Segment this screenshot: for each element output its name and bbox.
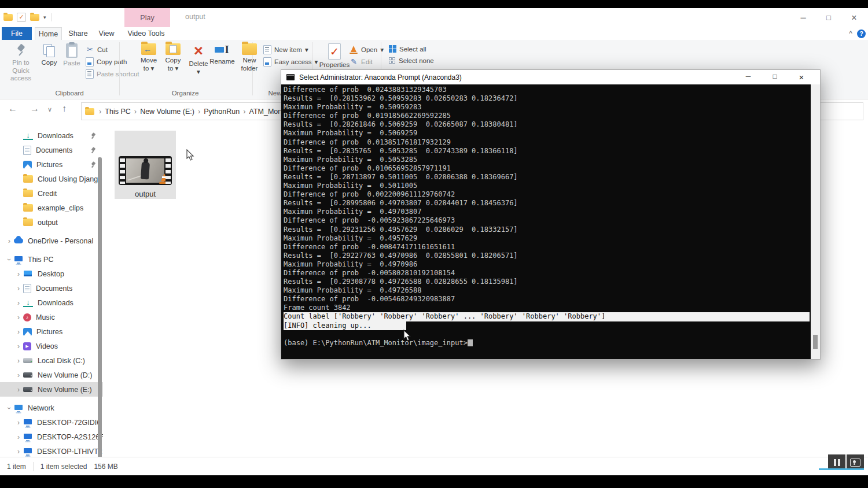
move-to-button[interactable]: ← Move to ▾ [138, 43, 160, 72]
chevron-right-icon[interactable]: › [5, 237, 14, 245]
explorer-titlebar: ✓ ▾ Play output ─ □ × [0, 8, 868, 27]
chevron-right-icon[interactable]: › [14, 284, 23, 293]
copy-path-icon [86, 57, 94, 66]
sidebar-item-pictures[interactable]: Pictures [0, 157, 103, 172]
pictures-icon [23, 328, 32, 336]
sidebar-item-pictures[interactable]: ›Pictures [0, 324, 103, 339]
chevron-right-icon[interactable]: › [14, 448, 23, 456]
breadcrumb-separator-icon: › [98, 107, 102, 116]
terminal-line: Results = [0.28261846 0.5069259 0.026650… [284, 120, 811, 129]
tab-file[interactable]: File [2, 27, 32, 40]
paste-button[interactable]: Paste [61, 43, 82, 68]
tab-share[interactable]: Share [65, 27, 91, 40]
sidebar-item-documents[interactable]: Documents [0, 143, 103, 157]
thumbnail-view-button[interactable] [847, 454, 864, 470]
sidebar-item-label: Downloads [38, 299, 73, 307]
sidebar-item-documents[interactable]: ›Documents [0, 281, 103, 295]
delete-button[interactable]: × Delete▾ [187, 43, 209, 76]
document-icon [23, 146, 31, 155]
copy-path-button[interactable]: Copy path [86, 57, 127, 66]
close-button[interactable]: × [797, 72, 806, 82]
folder-icon[interactable] [30, 14, 39, 21]
pin-to-quick-access-button[interactable]: Pin to Quick access [5, 43, 37, 83]
breadcrumb-item[interactable]: PythonRun [201, 108, 242, 116]
copy-to-button[interactable]: Copy to ▾ [162, 43, 184, 72]
chevron-right-icon[interactable]: › [14, 270, 23, 278]
sidebar-item-downloads[interactable]: ›↓Downloads [0, 295, 103, 310]
anaconda-prompt-window[interactable]: Select Administrator: Anaconda Prompt (A… [281, 69, 821, 360]
minimize-button[interactable]: ─ [799, 13, 808, 22]
chevron-right-icon[interactable]: › [14, 357, 23, 365]
chevron-down-icon[interactable]: › [5, 404, 13, 413]
sidebar-item-new-volume-e-[interactable]: ›New Volume (E:) [0, 382, 103, 397]
sidebar-item-cloud-using-django[interactable]: Cloud Using Django [0, 172, 103, 186]
qat-dropdown-icon[interactable]: ▾ [43, 14, 46, 20]
folder-icon[interactable] [3, 14, 13, 21]
breadcrumb-item[interactable]: This PC [102, 108, 133, 116]
sidebar-item-this-pc[interactable]: ›This PC [0, 252, 103, 267]
sidebar-item-music[interactable]: ›♪Music [0, 310, 103, 324]
chevron-right-icon[interactable]: › [14, 433, 23, 441]
close-button[interactable]: × [849, 13, 859, 23]
desktop-icon [23, 269, 33, 279]
edit-button[interactable]: ✎ Edit [350, 57, 373, 66]
up-icon[interactable]: ↑ [62, 103, 67, 114]
back-icon[interactable]: ← [8, 103, 17, 114]
rename-button[interactable]: Rename [209, 43, 235, 66]
sidebar-item-example-clips[interactable]: example_clips [0, 201, 103, 215]
chevron-right-icon[interactable]: › [14, 386, 23, 394]
tab-video-tools[interactable]: Video Tools [122, 27, 171, 40]
sidebar-item-desktop-72gidi6[interactable]: ›DESKTOP-72GIDI6 [0, 415, 103, 430]
scrollbar-thumb[interactable] [813, 335, 818, 349]
search-input[interactable] [814, 102, 863, 120]
sidebar-item-videos[interactable]: ›▶Videos [0, 339, 103, 353]
chevron-right-icon[interactable]: › [14, 342, 23, 350]
properties-button[interactable]: Properties [317, 43, 352, 69]
ribbon-collapse-icon[interactable]: ^ [849, 29, 852, 38]
folder-icon [23, 190, 33, 197]
new-folder-button[interactable]: New folder [237, 43, 262, 72]
sidebar-item-desktop[interactable]: ›Desktop [0, 267, 103, 281]
maximize-button[interactable]: □ [770, 72, 779, 82]
copy-button[interactable]: Copy [39, 43, 59, 67]
sidebar-item-downloads[interactable]: ↓Downloads [0, 128, 103, 143]
terminal-titlebar[interactable]: Select Administrator: Anaconda Prompt (A… [281, 70, 820, 84]
select-all-button[interactable]: Select all [389, 45, 426, 53]
sidebar-item-network[interactable]: ›Network [0, 401, 103, 415]
folder-icon [23, 219, 33, 226]
sidebar-scrollbar[interactable] [98, 157, 102, 464]
checkbox-icon[interactable]: ✓ [17, 13, 26, 22]
sidebar-item-output[interactable]: output [0, 215, 103, 230]
select-none-button[interactable]: Select none [389, 57, 434, 64]
forward-icon[interactable]: → [30, 103, 39, 114]
chevron-right-icon[interactable]: › [14, 313, 23, 321]
chevron-right-icon[interactable]: › [14, 371, 23, 379]
terminal-scrollbar[interactable] [811, 84, 820, 359]
sidebar-item-new-volume-d-[interactable]: ›New Volume (D:) [0, 368, 103, 382]
file-item-output[interactable]: output [115, 131, 176, 199]
video-tools-contextual-header[interactable]: Play [124, 8, 170, 27]
sidebar-item-onedrive-personal[interactable]: ›OneDrive - Personal [0, 234, 103, 248]
pause-button[interactable] [828, 454, 845, 470]
sidebar-item-local-disk-c-[interactable]: ›Local Disk (C:) [0, 353, 103, 368]
recent-locations-icon[interactable]: ∨ [47, 106, 52, 113]
terminal-output[interactable]: Difference of prob 0.02438831329345703Re… [281, 84, 811, 359]
restore-button[interactable]: □ [824, 13, 833, 22]
cut-button[interactable]: ✂ Cut [86, 45, 108, 54]
tab-home[interactable]: Home [35, 27, 62, 40]
letterbox-top [0, 0, 868, 8]
chevron-down-icon[interactable]: › [5, 255, 13, 264]
chevron-right-icon[interactable]: › [14, 299, 23, 307]
breadcrumb-item[interactable]: New Volume (E:) [138, 108, 197, 116]
chevron-right-icon[interactable]: › [14, 419, 23, 427]
help-icon[interactable]: ? [857, 29, 866, 38]
chevron-right-icon[interactable]: › [14, 328, 23, 336]
easy-access-button[interactable]: Easy access ▾ [263, 57, 318, 66]
open-button[interactable]: Open ▾ [350, 45, 384, 54]
new-item-button[interactable]: New item ▾ [263, 45, 308, 54]
sidebar-item-credit[interactable]: Credit [0, 186, 103, 201]
sidebar-item-desktop-a2s126f[interactable]: ›DESKTOP-A2S126F [0, 430, 103, 444]
paste-shortcut-button[interactable]: Paste shortcut [86, 69, 139, 79]
minimize-button[interactable]: ─ [744, 72, 753, 82]
tab-view[interactable]: View [94, 27, 119, 40]
